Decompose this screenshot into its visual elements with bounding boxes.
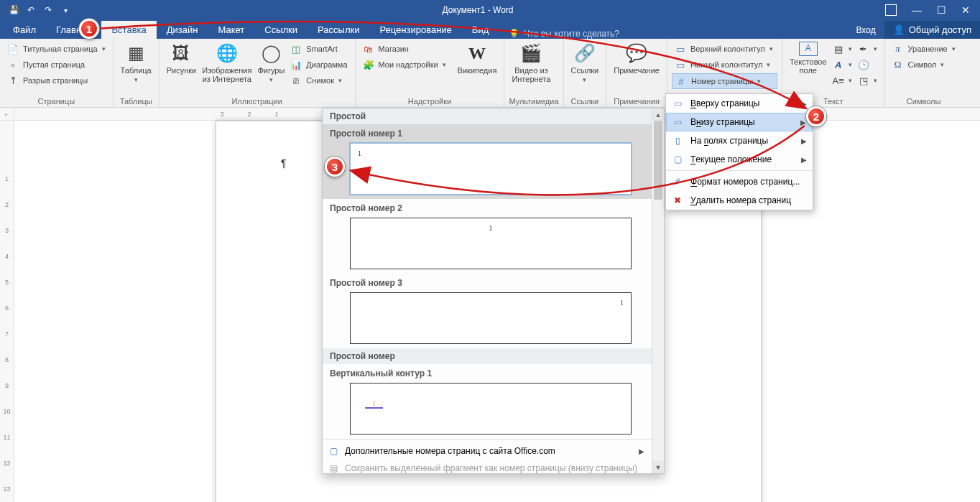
- menu-format-page-numbers[interactable]: # Формат номеров страниц...: [666, 172, 813, 191]
- group-comments: 💬Примечание Примечания: [606, 39, 667, 107]
- page-bottom-icon: ▭: [672, 116, 683, 128]
- screenshot-icon: ⎚: [290, 75, 302, 86]
- tab-layout[interactable]: Макет: [208, 21, 254, 39]
- signature-icon: ✒: [858, 43, 869, 55]
- gallery-preview: 1: [350, 143, 632, 195]
- tab-references[interactable]: Ссылки: [254, 21, 308, 39]
- quickparts-button[interactable]: ▤▾: [830, 42, 855, 56]
- menu-top-of-page[interactable]: ▭ Вверху страницы ▶: [666, 94, 813, 113]
- dropcap-button[interactable]: A≡▾: [830, 73, 855, 88]
- title-bar: 💾 ↶ ↷ ▾ Документ1 - Word — ☐ ✕: [0, 0, 980, 20]
- gallery-category-simple: Простой: [323, 108, 652, 124]
- header-button[interactable]: ▭Верхний колонтитул: [672, 42, 777, 56]
- wikipedia-button[interactable]: WВикипедия: [455, 40, 500, 76]
- save-icon[interactable]: 💾: [6, 2, 22, 18]
- submenu-arrow-icon: ▶: [801, 100, 807, 108]
- online-video-button[interactable]: 🎬Видео из Интернета: [509, 40, 553, 85]
- title-page-button[interactable]: 📄Титульная страница: [4, 42, 108, 56]
- window-controls: — ☐ ✕: [882, 3, 980, 17]
- blank-page-icon: ▫: [7, 59, 19, 70]
- ruler-corner[interactable]: ⌐: [0, 108, 14, 121]
- textbox-button[interactable]: AТекстовое поле: [787, 40, 830, 76]
- comment-button[interactable]: 💬Примечание: [611, 40, 662, 76]
- gallery-item-simple-3[interactable]: Простой номер 3 1: [323, 274, 652, 348]
- scroll-down-icon[interactable]: ▼: [652, 461, 664, 473]
- redo-icon[interactable]: ↷: [40, 2, 56, 18]
- header-icon: ▭: [675, 43, 686, 55]
- smartart-button[interactable]: ◫SmartArt: [287, 42, 350, 56]
- tab-insert[interactable]: Вставка: [101, 21, 156, 39]
- page-break-button[interactable]: ⤒Разрыв страницы: [4, 73, 108, 88]
- callout-marker-2: 2: [806, 106, 826, 126]
- tab-view[interactable]: Вид: [462, 21, 499, 39]
- shapes-button[interactable]: ◯Фигуры▾: [254, 40, 287, 85]
- save-selection-icon: ▤: [330, 463, 338, 473]
- ribbon-options-icon[interactable]: [882, 3, 902, 17]
- tab-mailings[interactable]: Рассылки: [308, 21, 369, 39]
- group-tables-label: Таблицы: [118, 97, 154, 107]
- online-pictures-button[interactable]: 🌐Изображения из Интернета: [199, 40, 254, 85]
- gallery-more-office[interactable]: ▢ Дополнительные номера страниц с сайта …: [323, 442, 652, 460]
- screenshot-button[interactable]: ⎚Снимок: [287, 73, 350, 88]
- ribbon-tabs: Файл Главная Вставка Дизайн Макет Ссылки…: [0, 20, 980, 39]
- object-button[interactable]: ◳▾: [855, 73, 880, 88]
- equation-icon: π: [892, 43, 904, 55]
- blank-page-button[interactable]: ▫Пустая страница: [4, 57, 108, 72]
- links-button[interactable]: 🔗Ссылки▾: [568, 40, 602, 85]
- signature-button[interactable]: ✒▾: [855, 42, 880, 56]
- tab-design[interactable]: Дизайн: [157, 21, 208, 39]
- scroll-thumb[interactable]: [654, 121, 662, 200]
- gallery-item-vertical-1[interactable]: Вертикальный контур 1 1: [323, 364, 652, 439]
- datetime-button[interactable]: 🕒: [855, 57, 880, 72]
- tab-review[interactable]: Рецензирование: [369, 21, 461, 39]
- menu-bottom-of-page[interactable]: ▭ Внизу страницы ▶: [666, 113, 813, 131]
- qat-customize-icon[interactable]: ▾: [57, 2, 73, 18]
- dropcap-icon: A≡: [833, 75, 844, 86]
- share-button[interactable]: 👤 Общий доступ: [884, 21, 980, 39]
- menu-current-position[interactable]: ▢ Текущее положение ▶: [666, 150, 813, 169]
- my-addins-button[interactable]: 🧩Мои надстройки: [360, 57, 449, 72]
- remove-icon: ✖: [672, 195, 683, 206]
- wordart-icon: A: [833, 59, 844, 70]
- format-icon: #: [672, 176, 683, 187]
- datetime-icon: 🕒: [858, 59, 869, 70]
- sign-in-button[interactable]: Вход: [848, 22, 884, 39]
- page-number-button[interactable]: #Номер страницы: [672, 73, 777, 89]
- tell-me-search[interactable]: 💡 Что вы хотите сделать?: [509, 29, 619, 39]
- smartart-icon: ◫: [290, 43, 302, 55]
- gallery-scrollbar[interactable]: ▲ ▼: [652, 108, 664, 473]
- equation-button[interactable]: πУравнение: [889, 42, 958, 56]
- store-button[interactable]: 🛍Магазин: [360, 42, 449, 56]
- gallery-category-simple-number: Простой номер: [323, 348, 652, 364]
- pictures-button[interactable]: 🖼Рисунки: [164, 40, 200, 76]
- shapes-icon: ◯: [259, 42, 282, 65]
- undo-icon[interactable]: ↶: [23, 2, 39, 18]
- page-number-menu: ▭ Вверху страницы ▶ ▭ Внизу страницы ▶ ▯…: [665, 93, 813, 210]
- callout-marker-3: 3: [325, 157, 345, 177]
- gallery-item-simple-1[interactable]: Простой номер 1 1: [323, 124, 652, 199]
- table-icon: ▦: [124, 42, 147, 65]
- page-icon: 📄: [7, 43, 19, 55]
- table-button[interactable]: ▦ Таблица▾: [118, 40, 154, 85]
- wordart-button[interactable]: A▾: [830, 57, 855, 72]
- maximize-icon[interactable]: ☐: [931, 3, 951, 17]
- minimize-icon[interactable]: —: [907, 3, 927, 17]
- group-symbols-label: Символы: [889, 97, 958, 107]
- callout-marker-1: 1: [79, 19, 99, 39]
- scroll-up-icon[interactable]: ▲: [652, 108, 664, 121]
- submenu-arrow-icon: ▶: [800, 118, 806, 126]
- footer-button[interactable]: ▭Нижний колонтитул: [672, 57, 777, 72]
- vertical-ruler[interactable]: 12345678910111213: [0, 121, 14, 502]
- wikipedia-icon: W: [466, 42, 489, 65]
- comment-icon: 💬: [625, 42, 648, 65]
- group-pages: 📄Титульная страница ▫Пустая страница ⤒Ра…: [0, 39, 114, 107]
- page-break-icon: ⤒: [7, 75, 19, 86]
- menu-remove-page-numbers[interactable]: ✖ Удалить номера страниц: [666, 191, 813, 210]
- menu-page-margins[interactable]: ▯ На полях страницы ▶: [666, 131, 813, 150]
- gallery-item-simple-2[interactable]: Простой номер 2 1: [323, 199, 652, 274]
- symbol-button[interactable]: ΩСимвол: [889, 57, 958, 72]
- chart-button[interactable]: 📊Диаграмма: [287, 57, 350, 72]
- close-icon[interactable]: ✕: [956, 3, 976, 17]
- tab-file[interactable]: Файл: [3, 21, 46, 39]
- store-icon: 🛍: [363, 43, 374, 55]
